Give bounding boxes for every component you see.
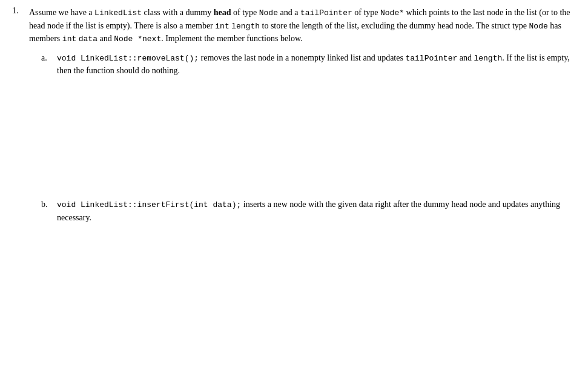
node-next: Node *next xyxy=(114,34,161,44)
sub-item-b-text: void LinkedList::insertFirst(int data); … xyxy=(57,198,576,224)
sub-item-a-body: void LinkedList::removeLast(); removes t… xyxy=(57,51,576,84)
page-content: 1. Assume we have a LinkedList class wit… xyxy=(12,6,576,236)
remove-last-code: void LinkedList::removeLast(); xyxy=(57,54,199,63)
node-star: Node* xyxy=(380,8,404,18)
length-var: length xyxy=(231,22,260,31)
node-type: Node xyxy=(259,8,278,18)
remove-last-desc: removes the last node in a nonempty link… xyxy=(199,53,405,62)
sub-item-b: b. void LinkedList::insertFirst(int data… xyxy=(41,198,576,230)
sub-item-a: a. void LinkedList::removeLast(); remove… xyxy=(41,51,576,84)
data-var: data xyxy=(79,34,97,44)
intro-part4: and a xyxy=(278,8,300,17)
int-length: int xyxy=(215,22,229,31)
sub-item-a-text: void LinkedList::removeLast(); removes t… xyxy=(57,51,576,77)
intro-part2: class with a dummy xyxy=(142,8,214,17)
question-body: Assume we have a LinkedList class with a… xyxy=(29,6,576,236)
intro-part5: of type xyxy=(352,8,380,17)
intro-part7: to store the length of the list, excludi… xyxy=(260,21,529,30)
and-text-a: and xyxy=(457,53,474,62)
sub-items-list: a. void LinkedList::removeLast(); remove… xyxy=(41,51,576,230)
insert-first-code: void LinkedList::insertFirst(int data); xyxy=(57,200,241,209)
node-struct: Node xyxy=(529,22,548,31)
intro-part1: Assume we have a xyxy=(29,8,94,17)
and-text-intro: and xyxy=(97,34,114,43)
intro-part9: . Implement the member functions below. xyxy=(161,34,303,43)
head-label: head xyxy=(214,8,231,17)
spacer-a xyxy=(41,89,576,198)
question-block: 1. Assume we have a LinkedList class wit… xyxy=(12,6,576,236)
tail-pointer: tailPointer xyxy=(300,8,352,18)
question-intro: Assume we have a LinkedList class with a… xyxy=(29,6,576,45)
intro-part3: of type xyxy=(231,8,259,17)
class-name: LinkedList xyxy=(94,8,142,18)
length-ref: length xyxy=(474,54,502,63)
sub-item-a-label: a. xyxy=(41,51,51,84)
sub-item-b-body: void LinkedList::insertFirst(int data); … xyxy=(57,198,576,230)
int-data: int xyxy=(62,34,76,44)
question-number: 1. xyxy=(12,6,24,236)
tail-pointer-ref: tailPointer xyxy=(405,54,457,63)
sub-item-b-label: b. xyxy=(41,198,51,230)
